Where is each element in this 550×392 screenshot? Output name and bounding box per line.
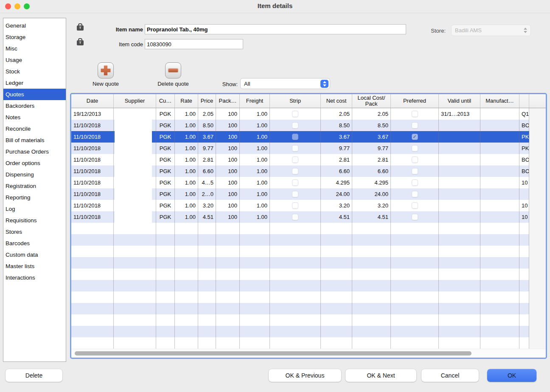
delete-quote-button[interactable] bbox=[165, 62, 181, 78]
sidebar-item-reporting[interactable]: Reporting bbox=[3, 192, 66, 203]
preferred-checkbox[interactable] bbox=[412, 179, 418, 186]
table-row[interactable]: 11/10/2018PGK1.008.501001.008.508.50BO bbox=[71, 120, 529, 131]
preferred-checkbox[interactable] bbox=[412, 214, 418, 220]
preferred-checkbox[interactable]: ✓ bbox=[412, 134, 418, 140]
new-quote-button[interactable] bbox=[98, 62, 114, 78]
column-header-currency[interactable]: Cu… bbox=[156, 94, 175, 108]
column-header-valid_until[interactable]: Valid until bbox=[439, 94, 480, 108]
sidebar-item-interactions[interactable]: Interactions bbox=[3, 272, 66, 283]
strip-checkbox[interactable] bbox=[292, 145, 298, 151]
table-row-empty[interactable] bbox=[71, 257, 529, 269]
strip-checkbox[interactable] bbox=[292, 111, 298, 117]
sidebar-item-quotes[interactable]: Quotes bbox=[3, 89, 66, 100]
sidebar-item-general[interactable]: General bbox=[3, 20, 66, 31]
preferred-checkbox[interactable] bbox=[412, 202, 418, 209]
preferred-checkbox[interactable] bbox=[412, 168, 418, 174]
sidebar-item-ledger[interactable]: Ledger bbox=[3, 77, 66, 89]
cell-net_cost bbox=[321, 257, 352, 269]
table-row[interactable]: 11/10/2018PGK1.006.601001.006.606.60BO bbox=[71, 165, 529, 177]
sidebar-item-notes[interactable]: Notes bbox=[3, 112, 66, 123]
sidebar-item-reconcile[interactable]: Reconcile bbox=[3, 123, 66, 134]
strip-checkbox[interactable] bbox=[292, 191, 298, 197]
table-row-empty[interactable] bbox=[71, 303, 529, 314]
preferred-checkbox[interactable] bbox=[412, 122, 418, 129]
table-row[interactable]: 11/10/2018PGK1.003.201001.003.203.2010 bbox=[71, 200, 529, 211]
sidebar-item-log[interactable]: Log bbox=[3, 203, 66, 215]
sidebar-item-backorders[interactable]: Backorders bbox=[3, 100, 66, 112]
ok-previous-button[interactable]: OK & Previous bbox=[269, 369, 341, 382]
table-row[interactable]: 19/12/2013PGK1.002.051001.002.052.0531/1… bbox=[71, 108, 529, 120]
strip-checkbox[interactable] bbox=[292, 214, 298, 220]
cell-freight: 1.00 bbox=[240, 131, 270, 143]
sidebar-item-master-lists[interactable]: Master lists bbox=[3, 260, 66, 272]
strip-checkbox[interactable] bbox=[292, 134, 298, 140]
delete-button[interactable]: Delete bbox=[6, 369, 62, 382]
show-filter-select[interactable]: All bbox=[240, 78, 330, 89]
item-name-input[interactable] bbox=[145, 24, 406, 34]
sidebar-item-dispensing[interactable]: Dispensing bbox=[3, 169, 66, 180]
table-row-empty[interactable] bbox=[71, 246, 529, 257]
ok-button[interactable]: OK bbox=[487, 369, 536, 382]
sidebar-item-usage[interactable]: Usage bbox=[3, 54, 66, 66]
preferred-checkbox[interactable] bbox=[412, 157, 418, 163]
column-header-pack[interactable]: Pack… bbox=[216, 94, 240, 108]
sidebar-item-order-options[interactable]: Order options bbox=[3, 157, 66, 169]
sidebar-item-registration[interactable]: Registration bbox=[3, 180, 66, 192]
strip-checkbox[interactable] bbox=[292, 179, 298, 186]
cell-strip bbox=[270, 108, 321, 120]
sidebar-item-barcodes[interactable]: Barcodes bbox=[3, 238, 66, 249]
sidebar-item-requisitions[interactable]: Requisitions bbox=[3, 215, 66, 226]
table-row-empty[interactable] bbox=[71, 314, 529, 326]
table-row[interactable]: 11/10/2018PGK1.009.771001.009.779.77PK bbox=[71, 143, 529, 154]
strip-checkbox[interactable] bbox=[292, 157, 298, 163]
preferred-checkbox[interactable] bbox=[412, 191, 418, 197]
sidebar-item-purchase-orders[interactable]: Purchase Orders bbox=[3, 146, 66, 157]
column-header-strip[interactable]: Strip bbox=[270, 94, 321, 108]
cell-freight: 1.00 bbox=[240, 200, 270, 211]
table-row[interactable]: 11/10/2018PGK1.004.511001.004.514.5110 bbox=[71, 211, 529, 223]
store-select[interactable]: Badili AMS bbox=[451, 25, 531, 36]
strip-checkbox[interactable] bbox=[292, 168, 298, 174]
ok-next-button[interactable]: OK & Next bbox=[345, 369, 416, 382]
table-row-empty[interactable] bbox=[71, 280, 529, 291]
column-header-supplier[interactable]: Supplier bbox=[114, 94, 156, 108]
cancel-button[interactable]: Cancel bbox=[421, 369, 479, 382]
sidebar-item-custom-data[interactable]: Custom data bbox=[3, 249, 66, 260]
table-row[interactable]: 11/10/2018PGK1.002.811001.002.812.81BO bbox=[71, 154, 529, 165]
sidebar-item-misc[interactable]: Misc bbox=[3, 43, 66, 54]
vertical-scrollbar-track[interactable] bbox=[529, 108, 546, 349]
column-header-date[interactable]: Date bbox=[71, 94, 114, 108]
sidebar-item-bill-of-materials[interactable]: Bill of materials bbox=[3, 134, 66, 146]
sidebar-item-storage[interactable]: Storage bbox=[3, 31, 66, 43]
strip-checkbox[interactable] bbox=[292, 202, 298, 209]
column-header-extra[interactable] bbox=[519, 94, 529, 108]
sidebar-item-stores[interactable]: Stores bbox=[3, 226, 66, 238]
cell-pack bbox=[216, 223, 240, 234]
column-header-freight[interactable]: Freight bbox=[240, 94, 270, 108]
column-header-rate[interactable]: Rate bbox=[175, 94, 198, 108]
column-header-net_cost[interactable]: Net cost bbox=[321, 94, 352, 108]
table-row-empty[interactable] bbox=[71, 223, 529, 234]
preferred-checkbox[interactable] bbox=[412, 145, 418, 151]
table-row[interactable]: 11/10/2018PGK1.004…51001.004.2954.29510 bbox=[71, 177, 529, 188]
column-header-preferred[interactable]: Preferred bbox=[391, 94, 439, 108]
table-row[interactable]: 11/10/2018PGK1.003.671001.003.673.67✓PK bbox=[71, 131, 529, 143]
table-row-empty[interactable] bbox=[71, 269, 529, 280]
horizontal-scrollbar-thumb[interactable] bbox=[75, 351, 471, 356]
table-row[interactable]: 11/10/2018PGK1.002…01001.0024.0024.00 bbox=[71, 188, 529, 200]
horizontal-scrollbar[interactable] bbox=[71, 349, 546, 358]
item-code-input[interactable] bbox=[145, 39, 243, 49]
cell-currency bbox=[156, 257, 175, 269]
table-row-empty[interactable] bbox=[71, 337, 529, 349]
column-header-local_cost[interactable]: Local Cost/ Pack bbox=[352, 94, 391, 108]
column-header-manufacturer[interactable]: Manufact… bbox=[480, 94, 519, 108]
item-code-lock-icon[interactable]: T bbox=[76, 38, 84, 46]
column-header-price[interactable]: Price bbox=[198, 94, 216, 108]
strip-checkbox[interactable] bbox=[292, 122, 298, 129]
sidebar-item-stock[interactable]: Stock bbox=[3, 66, 66, 77]
table-row-empty[interactable] bbox=[71, 291, 529, 303]
preferred-checkbox[interactable] bbox=[412, 111, 418, 117]
item-name-lock-icon[interactable]: T bbox=[76, 23, 84, 31]
table-row-empty[interactable] bbox=[71, 234, 529, 246]
table-row-empty[interactable] bbox=[71, 326, 529, 337]
